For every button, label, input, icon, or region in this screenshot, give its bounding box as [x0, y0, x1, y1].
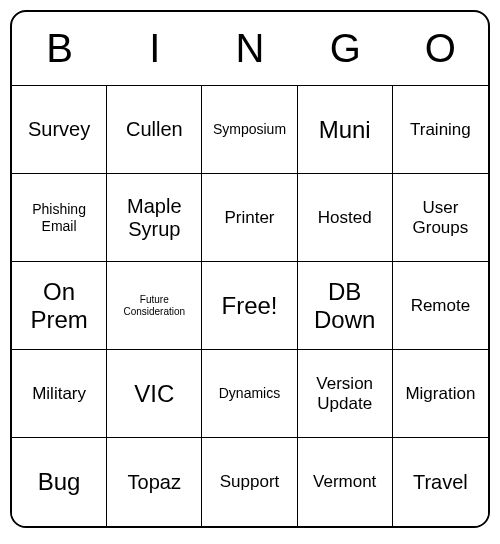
- bingo-cell[interactable]: Bug: [12, 438, 107, 526]
- bingo-cell[interactable]: Muni: [298, 86, 393, 174]
- bingo-cell[interactable]: Travel: [393, 438, 488, 526]
- bingo-cell[interactable]: DB Down: [298, 262, 393, 350]
- bingo-cell[interactable]: Hosted: [298, 174, 393, 262]
- bingo-header-row: B I N G O: [12, 12, 488, 86]
- bingo-cell[interactable]: Training: [393, 86, 488, 174]
- bingo-cell[interactable]: Migration: [393, 350, 488, 438]
- bingo-cell[interactable]: User Groups: [393, 174, 488, 262]
- header-letter-g: G: [298, 12, 393, 85]
- bingo-cell[interactable]: Military: [12, 350, 107, 438]
- bingo-cell[interactable]: Dynamics: [202, 350, 297, 438]
- bingo-cell[interactable]: VIC: [107, 350, 202, 438]
- bingo-cell[interactable]: Support: [202, 438, 297, 526]
- bingo-cell[interactable]: Cullen: [107, 86, 202, 174]
- bingo-card: B I N G O Survey Cullen Symposium Muni T…: [10, 10, 490, 528]
- bingo-cell[interactable]: Vermont: [298, 438, 393, 526]
- header-letter-b: B: [12, 12, 107, 85]
- bingo-cell[interactable]: Version Update: [298, 350, 393, 438]
- bingo-cell[interactable]: Topaz: [107, 438, 202, 526]
- bingo-cell[interactable]: Symposium: [202, 86, 297, 174]
- bingo-cell[interactable]: Maple Syrup: [107, 174, 202, 262]
- bingo-cell[interactable]: Printer: [202, 174, 297, 262]
- bingo-grid: Survey Cullen Symposium Muni Training Ph…: [12, 86, 488, 526]
- header-letter-n: N: [202, 12, 297, 85]
- bingo-cell[interactable]: Remote: [393, 262, 488, 350]
- bingo-cell[interactable]: On Prem: [12, 262, 107, 350]
- bingo-cell-free[interactable]: Free!: [202, 262, 297, 350]
- header-letter-o: O: [393, 12, 488, 85]
- header-letter-i: I: [107, 12, 202, 85]
- bingo-cell[interactable]: Survey: [12, 86, 107, 174]
- bingo-cell[interactable]: Phishing Email: [12, 174, 107, 262]
- bingo-cell[interactable]: Future Consideration: [107, 262, 202, 350]
